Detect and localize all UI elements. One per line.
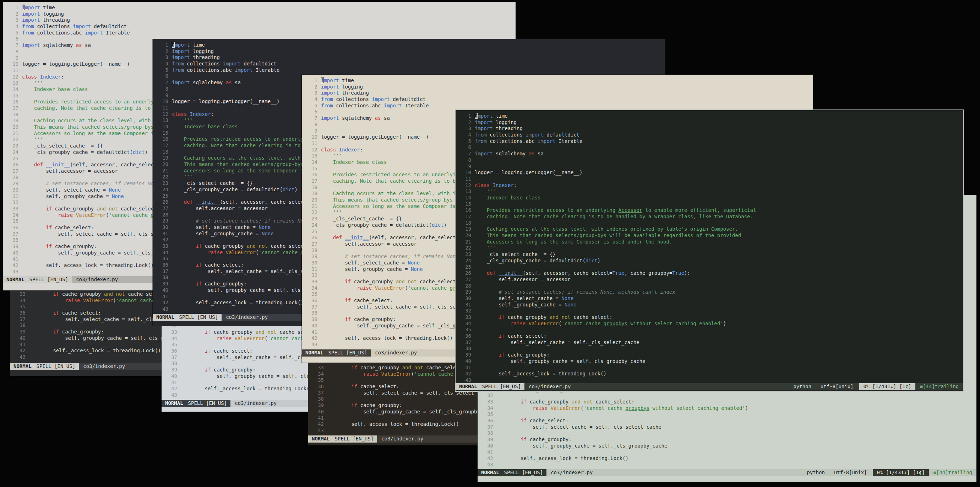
code-line[interactable]: 1import time bbox=[153, 42, 665, 48]
code-line[interactable]: 36 if cache_select: bbox=[455, 333, 963, 340]
code-line[interactable]: 33 if cache_groupby and not cache_select… bbox=[477, 399, 977, 405]
code-line[interactable]: 7import sqlalchemy as sa bbox=[455, 151, 963, 157]
code-line[interactable]: 6 bbox=[455, 144, 963, 151]
code-line[interactable]: 38 bbox=[455, 345, 963, 352]
filename: co3/indexer.py bbox=[375, 350, 417, 356]
code-token: import bbox=[172, 54, 190, 60]
code-line[interactable]: 37 self._select_cache = self._cls_select… bbox=[477, 424, 977, 431]
code-line[interactable]: 41 bbox=[477, 449, 977, 456]
code-line[interactable]: 2import logging bbox=[455, 120, 963, 126]
code-line[interactable]: 3import threading bbox=[302, 90, 813, 96]
mode-indicator: NORMAL bbox=[459, 383, 477, 390]
statusline-left-segment: NORMALSPELL [EN_US] bbox=[455, 383, 525, 390]
filetype-indicator: python bbox=[807, 469, 825, 476]
code-token bbox=[29, 310, 53, 316]
code-token: ''' bbox=[475, 188, 496, 194]
code-line[interactable]: 2import logging bbox=[153, 48, 665, 55]
code-line[interactable]: 40 self._groupby_cache = self._cls_group… bbox=[455, 358, 963, 365]
line-number: 30 bbox=[455, 295, 471, 302]
code-line[interactable]: 5from collections.abc import Iterable bbox=[153, 67, 665, 73]
code-line[interactable]: 1import time bbox=[3, 5, 515, 11]
line-number: 36 bbox=[477, 418, 493, 424]
code-token: def bbox=[34, 162, 43, 168]
code-line[interactable]: 27 self.accessor = accessor bbox=[455, 276, 963, 283]
code-line[interactable]: 5from collections.abc import Iterable bbox=[3, 30, 515, 36]
code-line[interactable]: 12class Indexer: bbox=[455, 182, 963, 189]
code-token: threading bbox=[493, 126, 523, 131]
code-line[interactable]: 3import threading bbox=[455, 126, 963, 132]
code-line[interactable]: 36 if cache_select: bbox=[477, 418, 977, 424]
code-line[interactable]: 42 self._access_lock = threading.Lock() bbox=[477, 455, 977, 462]
code-line[interactable]: 5from collections.abc import Iterable bbox=[455, 138, 963, 145]
code-line[interactable]: 30 self._select_cache = None bbox=[455, 295, 963, 302]
code-token: : bbox=[61, 74, 64, 80]
line-number: 15 bbox=[455, 201, 471, 208]
code-line[interactable]: 8 bbox=[455, 157, 963, 163]
code-line[interactable]: 34 raise ValueError('cannot cache groupb… bbox=[477, 405, 977, 412]
terminal-window-terminal-7[interactable]: 1import time2import logging3import threa… bbox=[455, 110, 963, 391]
code-line[interactable]: 24 _cls_groupby_cache = defaultdict(dict… bbox=[455, 258, 963, 264]
code-line[interactable]: 21 Accessors so long as the same Compose… bbox=[455, 239, 963, 245]
code-token: ValueError bbox=[226, 249, 256, 255]
code-line[interactable]: 10logger = logging.getLogger(__name__) bbox=[455, 169, 963, 176]
code-line[interactable]: 4from collections import defaultdict bbox=[302, 96, 813, 103]
code-line[interactable]: 19 Caching occurs at the class level, wi… bbox=[455, 226, 963, 233]
code-line[interactable]: 43 bbox=[477, 462, 977, 468]
code-line[interactable]: 22 ''' bbox=[455, 245, 963, 251]
code-line[interactable]: 14 Indexer base class bbox=[455, 195, 963, 201]
code-line[interactable]: 4from collections import defaultdict bbox=[153, 61, 665, 67]
code-token bbox=[497, 418, 520, 423]
code-line[interactable]: 9 bbox=[455, 163, 963, 170]
code-line[interactable]: 33 if cache_groupby and not cache_select… bbox=[455, 314, 963, 321]
code-line[interactable]: 16 Provides restricted access to an unde… bbox=[455, 207, 963, 214]
code-token: defaultdict bbox=[241, 61, 277, 67]
vim-buffer[interactable]: 1import time2import logging3import threa… bbox=[455, 113, 963, 383]
code-token: self._groupby_cache = bbox=[321, 266, 411, 272]
code-line[interactable]: 34 raise ValueError('cannot cache groupb… bbox=[455, 321, 963, 327]
code-line[interactable]: 1import time bbox=[455, 113, 963, 120]
code-line[interactable]: 43 bbox=[455, 377, 963, 383]
code-token: as bbox=[226, 80, 232, 85]
code-line[interactable]: 28 bbox=[455, 283, 963, 289]
code-line[interactable]: 15 bbox=[455, 201, 963, 208]
code-line[interactable]: 32 bbox=[455, 308, 963, 314]
code-line[interactable]: 11 bbox=[455, 176, 963, 182]
code-line[interactable]: 31 self._groupby_cache = None bbox=[455, 302, 963, 308]
code-line[interactable]: 42 self._access_lock = threading.Lock() bbox=[455, 371, 963, 377]
code-line[interactable]: 13 ''' bbox=[455, 188, 963, 195]
code-line[interactable]: 41 bbox=[455, 365, 963, 371]
code-line[interactable]: 2import logging bbox=[302, 84, 813, 90]
line-number: 9 bbox=[3, 55, 19, 62]
code-line[interactable]: 39 if cache_groupby: bbox=[455, 352, 963, 358]
code-line[interactable]: 37 self._select_cache = self._cls_select… bbox=[455, 340, 963, 346]
code-line[interactable]: 40 self._groupby_cache = self._cls_group… bbox=[477, 443, 977, 449]
code-line[interactable]: 4from collections import defaultdict bbox=[3, 24, 515, 30]
code-token: cache_groupby bbox=[210, 329, 255, 335]
code-line[interactable]: 5from collections.abc import Iterable bbox=[302, 103, 813, 109]
code-line[interactable]: 4from collections import defaultdict bbox=[455, 132, 963, 138]
code-line[interactable]: 3import threading bbox=[153, 54, 665, 61]
line-number: 2 bbox=[302, 84, 317, 90]
code-line[interactable]: 17 caching. Note that cache clearing is … bbox=[455, 214, 963, 220]
code-line[interactable]: 2import logging bbox=[3, 11, 515, 18]
code-line[interactable]: 18 bbox=[455, 220, 963, 227]
code-line[interactable]: 38 bbox=[477, 430, 977, 436]
code-line[interactable]: 35 bbox=[455, 327, 963, 333]
code-line[interactable]: 39 if cache_groupby: bbox=[477, 436, 977, 443]
code-line[interactable]: 25 bbox=[455, 264, 963, 270]
code-line[interactable]: 3import threading bbox=[3, 17, 515, 24]
code-line[interactable]: 23 _cls_select_cache = {} bbox=[455, 251, 963, 258]
code-token: and bbox=[572, 399, 581, 404]
code-line[interactable]: 26 def __init__(self, accessor, cache_se… bbox=[455, 270, 963, 276]
line-number: 41 bbox=[153, 294, 168, 300]
code-token: not bbox=[267, 329, 276, 335]
code-line[interactable]: 1import time bbox=[302, 78, 813, 84]
line-number: 20 bbox=[302, 197, 317, 203]
code-line[interactable]: 35 bbox=[477, 411, 977, 418]
code-line[interactable]: 20 This means that cached selects/group-… bbox=[455, 233, 963, 239]
code-line[interactable]: 32 bbox=[477, 393, 977, 399]
line-number: 5 bbox=[153, 67, 168, 73]
code-line[interactable]: 29 # set instance caches; if remains Non… bbox=[455, 289, 963, 295]
code-token: ): bbox=[684, 270, 690, 276]
line-number: 43 bbox=[162, 392, 177, 399]
